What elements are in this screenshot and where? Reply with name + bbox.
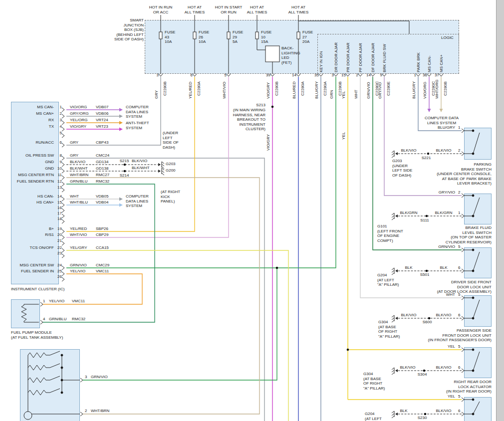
cluster-circuit-code: VDB04 xyxy=(96,200,119,205)
cluster-pin: 25 xyxy=(56,269,62,274)
ground-note: G204 (AT LEFT "A" PILLAR) xyxy=(377,273,406,287)
logic-input-label: MS CAN+ xyxy=(439,54,444,72)
fuse-label: FUSE 26 10A xyxy=(199,30,213,44)
splice-note: (IN MAIN WIRING HARNESS, NEAR BREAKOUT T… xyxy=(229,108,265,132)
pin-number: 4 xyxy=(43,317,48,322)
cluster-wire-color: GRN/BLU xyxy=(62,179,96,184)
logic-input-label: KEY IN IGN xyxy=(319,51,323,72)
wire-grn-vio-msg-switch xyxy=(83,268,277,380)
cluster-left-label xyxy=(13,131,56,136)
cluster-wire-color: YEL/VIO xyxy=(62,269,96,274)
pin-number: 15 xyxy=(338,73,346,78)
right-rear-door-lock-box xyxy=(464,347,492,378)
cluster-circuit-code: CBP29 xyxy=(96,232,119,237)
circuit-code: VMC11 xyxy=(72,299,90,304)
cluster-left-label xyxy=(13,185,56,190)
cluster-wire-color xyxy=(62,238,96,243)
logic-input-label: BRK FLUID SW xyxy=(382,44,387,72)
splice-label: S600 xyxy=(419,320,435,325)
wiring-diagram-page: HOT IN RUN OR ACC HOT AT ALL TIMES HOT I… xyxy=(0,0,504,421)
logic-input-label: PARK BRK xyxy=(416,52,421,72)
wire-color-label: BLU/GRY xyxy=(428,125,455,130)
cluster-pin: 9 xyxy=(56,160,62,165)
cluster-pin: 5 xyxy=(56,131,62,136)
wire-color-label: WHT/VIO xyxy=(222,82,227,99)
wire-color-label: BLK/VIO xyxy=(431,313,456,318)
wire-color-label: GRN/VIO xyxy=(91,375,112,380)
cluster-pin: 17 xyxy=(56,211,62,216)
pin-number: 1 xyxy=(458,125,463,130)
wire-color-label: GRN/VIO xyxy=(428,244,455,249)
logic-box xyxy=(317,34,459,74)
pin-number: 3 xyxy=(326,73,334,78)
cluster-row: GND10BLK/WHTGD138 xyxy=(13,166,126,171)
pin-number: 6 xyxy=(185,73,193,78)
cluster-pin: 1 xyxy=(56,105,62,110)
wire-color-label: YEL/RED xyxy=(188,82,193,99)
cluster-circuit-code: VDB05 xyxy=(96,194,119,199)
cluster-pin: 22 xyxy=(56,245,62,250)
cluster-left-label xyxy=(13,206,56,210)
wire-color-label: WHT/BRN xyxy=(91,409,112,414)
cluster-pin: 2 xyxy=(56,111,62,116)
cluster-row: MS CAN-1VIO/ORGVDB07 xyxy=(13,105,126,110)
cluster-row: HS CAN-14WHTVDB05 xyxy=(13,194,126,199)
pin-number: 6 xyxy=(458,313,463,318)
cluster-left-label: MS CAN- xyxy=(13,105,56,110)
cluster-circuit-code: VDB07 xyxy=(96,105,119,110)
pin-number: 6 xyxy=(458,265,463,270)
system-ref-label: ANTI-THEFT SYSTEM xyxy=(126,121,154,130)
cluster-pin: 21 xyxy=(56,238,62,243)
ground-note: G304 (AT BASE OF RIGHT "A" PILLAR) xyxy=(378,320,407,339)
brake-fluid-switch-box xyxy=(464,194,492,224)
cluster-circuit-code xyxy=(96,131,119,136)
cluster-left-label: FUEL SENDER RTN xyxy=(13,179,56,184)
cluster-circuit-code: VRT23 xyxy=(96,124,119,129)
cluster-row: RX3YEL/ORGVRT24 xyxy=(13,118,126,123)
pin-number: 3 xyxy=(151,73,159,78)
cluster-row: FUEL SENDER IN25YEL/VIOVMC11 xyxy=(13,269,126,274)
wire-wht-pass-door xyxy=(360,77,462,298)
wire-color-label: GRY/VIO xyxy=(378,82,382,99)
message-center-switch-box xyxy=(20,349,80,421)
power-label: HOT AT ALL TIMES xyxy=(181,5,209,14)
cluster-left-label: GND xyxy=(13,166,56,171)
wire-color-label: YEL xyxy=(428,394,455,399)
cluster-pin: 18 xyxy=(56,216,62,221)
logic-input-label: PR DOOR AJAR xyxy=(346,42,350,72)
pin-number: 9 xyxy=(374,73,382,78)
ground-note: G304 (AT BASE OF RIGHT "A" PILLAR) xyxy=(363,372,392,391)
power-label: HOT IN START OR RUN xyxy=(215,5,243,14)
wire-color-label: GRY/VIO xyxy=(428,190,455,195)
wire-color-label: BLK/VIO xyxy=(431,365,456,370)
cluster-row: 5 xyxy=(13,131,126,136)
cluster-left-label: GND xyxy=(13,160,56,165)
cluster-row: 26 xyxy=(13,274,126,279)
pin-number: 5 xyxy=(458,344,463,349)
scrollbar-track[interactable] xyxy=(496,0,504,421)
cluster-left-label: MSG CENTER RTN xyxy=(13,173,56,178)
wire-color-label: GRY xyxy=(154,90,159,99)
ground-note: G204 (AT LEFT "A" PILLAR) xyxy=(365,412,394,421)
wire-color-label: YEL xyxy=(341,132,346,140)
cluster-pin: 10 xyxy=(56,166,62,171)
cluster-left-label xyxy=(13,216,56,221)
wire-color-label: BLK/VIO xyxy=(132,159,152,164)
wire-color-label: VIO/GRY xyxy=(266,82,270,99)
cluster-wire-color: GRY xyxy=(62,153,96,158)
cluster-row: 13 xyxy=(13,185,126,190)
power-label: HOT IN RUN OR ACC xyxy=(147,5,175,14)
wire-color-label: BLU/RED xyxy=(292,81,296,99)
pin-number: 35 xyxy=(311,73,319,78)
cluster-pin: 20 xyxy=(56,232,62,237)
cluster-circuit-code: VDB06 xyxy=(96,111,119,116)
cluster-left-label xyxy=(13,211,56,216)
pin-number: 37 xyxy=(431,73,439,78)
wire-color-label: VIO/GRY xyxy=(266,134,270,151)
splice-label: S501 xyxy=(417,272,433,277)
unit-caption: PARKING BRAKE SWITCH (UNDER CENTER CONSO… xyxy=(417,162,492,186)
pin-number: 2 xyxy=(350,73,358,78)
cluster-wire-color: WHT/BLU xyxy=(62,200,96,205)
cluster-wire-color xyxy=(62,211,96,216)
cluster-row: MS CAN+2GRY/ORGVDB06 xyxy=(13,111,126,116)
